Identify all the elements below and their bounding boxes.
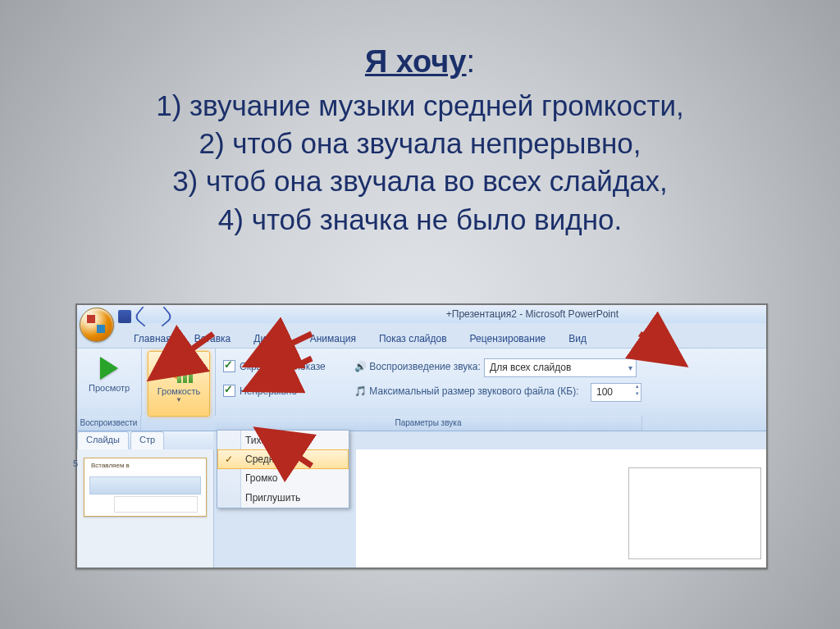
redo-icon[interactable]	[153, 306, 173, 326]
window-title: +Презентация2 - Microsoft PowerPoint	[446, 308, 619, 320]
sound-file-icon: 🎵	[354, 385, 367, 398]
tab-animations[interactable]: Анимация	[303, 331, 363, 346]
powerpoint-screenshot: +Презентация2 - Microsoft PowerPoint Гла…	[75, 303, 768, 569]
slide-thumbnails: Вставляем в	[77, 449, 214, 567]
combo-play-where[interactable]: Для всех слайдов	[484, 358, 637, 377]
presentation-slide: Я хочу: 1) звучание музыки средней громк…	[0, 0, 840, 629]
headline-colon: :	[466, 44, 475, 79]
volume-icon	[162, 355, 195, 385]
group-play: Просмотр Воспроизвести	[77, 349, 142, 416]
tab-outline[interactable]: Стр	[130, 431, 164, 449]
volume-menu: Тихо Средне Громко Приглушить	[217, 430, 349, 508]
sound-play-icon: 🔊	[354, 361, 367, 373]
tab-home[interactable]: Главная	[126, 331, 179, 346]
list-item: 2) чтоб она звучала непрерывно,	[0, 125, 840, 162]
tab-review[interactable]: Рецензирование	[463, 331, 554, 346]
spinner-max-size[interactable]: 100	[591, 383, 641, 402]
thumbnail-title: Вставляем в	[91, 462, 130, 469]
volume-button[interactable]: Громкость ▼	[148, 351, 210, 417]
ribbon: Просмотр Воспроизвести Громкость ▼ Скрыт…	[77, 348, 766, 431]
menu-item-quiet[interactable]: Тихо	[217, 431, 349, 450]
tab-insert[interactable]: Вставка	[187, 331, 239, 346]
pane-tabs: Слайды Стр	[77, 431, 213, 450]
slide-thumbnail[interactable]: Вставляем в	[84, 458, 207, 517]
checkbox-icon	[223, 360, 235, 372]
ribbon-tabs: Главная Вставка Дизайн Анимация Показ сл…	[126, 330, 594, 348]
tab-slideshow[interactable]: Показ слайдов	[372, 331, 454, 346]
label-max-size: 🎵 Максимальный размер звукового файла (К…	[354, 385, 579, 398]
quick-access-toolbar	[118, 308, 171, 325]
headline-title: Я хочу	[365, 44, 467, 79]
undo-icon[interactable]	[133, 306, 153, 326]
preview-button[interactable]: Просмотр	[89, 353, 130, 398]
headline: Я хочу:	[0, 44, 840, 80]
menu-item-mute[interactable]: Приглушить	[217, 488, 349, 508]
list-item: 4) чтоб значка не было видно.	[0, 201, 840, 239]
checkbox-icon	[223, 385, 235, 397]
checkbox-label: Непрерывно	[240, 385, 297, 397]
window-top-strip	[77, 305, 766, 323]
inner-slide-outline	[628, 467, 761, 559]
list-item: 1) звучание музыки средней громкости,	[0, 87, 840, 125]
office-button[interactable]	[80, 308, 114, 342]
group-params-label: Параметры звука	[215, 416, 642, 431]
save-icon[interactable]	[118, 310, 131, 323]
tab-slides[interactable]: Слайды	[77, 431, 129, 449]
slide-canvas	[356, 449, 766, 567]
preview-label: Просмотр	[89, 383, 130, 393]
checkbox-loop[interactable]: Непрерывно	[223, 385, 297, 397]
tab-view[interactable]: Вид	[561, 331, 594, 346]
menu-item-medium[interactable]: Средне	[217, 449, 349, 469]
group-volume: Громкость ▼	[141, 349, 216, 416]
checkbox-label: Скрыть при показе	[240, 361, 326, 372]
checkbox-hide-on-show[interactable]: Скрыть при показе	[223, 360, 326, 372]
menu-item-loud[interactable]: Громко	[217, 468, 349, 488]
volume-label: Громкость	[148, 386, 209, 396]
tab-design[interactable]: Дизайн	[246, 331, 294, 346]
label-play-sound: 🔊 Воспроизведение звука:	[354, 361, 481, 373]
headline-list: 1) звучание музыки средней громкости, 2)…	[0, 87, 840, 239]
play-icon	[100, 357, 118, 380]
group-play-label: Воспроизвести	[77, 416, 141, 431]
list-item: 3) чтоб она звучала во всех слайдах,	[0, 162, 840, 200]
chevron-down-icon: ▼	[148, 396, 209, 403]
